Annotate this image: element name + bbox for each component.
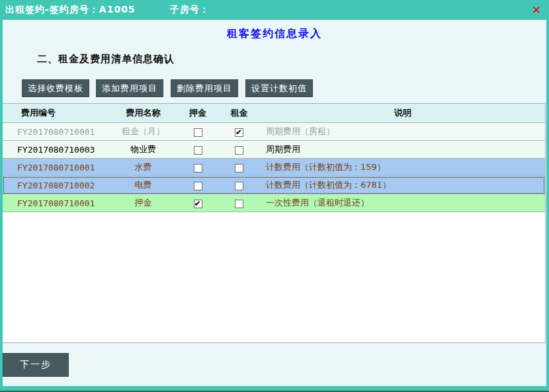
select-fee-template-button[interactable]: 选择收费模板: [22, 79, 89, 97]
table-row[interactable]: FY2017080710001 水费 计数费用（计数初值为：159）: [3, 159, 545, 176]
fee-description: 周期费用: [261, 143, 545, 155]
rental-signing-window: 出租签约-签约房号：A1005 子房号： ✕ 租客签约信息录入 二、租金及费用清…: [0, 0, 549, 392]
table-row[interactable]: FY2017080710003 物业费 周期费用: [3, 141, 545, 159]
fee-description: 计数费用（计数初值为：6781）: [261, 179, 545, 191]
table-row[interactable]: FY2017080710001 押金 一次性费用（退租时退还）: [3, 194, 545, 212]
fee-description: 一次性费用（退租时退还）: [261, 197, 545, 209]
table-header-row: 费用编号 费用名称 押金 租金 说明: [3, 104, 545, 123]
fee-name: 押金: [108, 197, 178, 209]
window-subtitle: 子房号：: [170, 4, 210, 16]
fee-description: 周期费用（房租）: [261, 126, 545, 137]
next-step-button[interactable]: 下一步: [3, 353, 69, 377]
fee-table: 费用编号 费用名称 押金 租金 说明 FY2017080710001 租金（月）…: [3, 103, 546, 343]
fee-id: FY2017080710001: [3, 127, 108, 137]
header-fee-id: 费用编号: [3, 107, 108, 119]
close-icon[interactable]: ✕: [529, 3, 544, 17]
fee-name: 水费: [108, 161, 178, 173]
rent-checkbox[interactable]: [235, 182, 243, 190]
header-description: 说明: [261, 107, 545, 119]
deposit-checkbox[interactable]: [194, 182, 202, 190]
window-title: 出租签约-签约房号：A1005: [5, 4, 136, 16]
header-deposit: 押金: [178, 107, 218, 119]
fee-id: FY2017080710001: [3, 163, 108, 173]
fee-id: FY2017080710001: [3, 198, 108, 208]
delete-fee-item-button[interactable]: 删除费用项目: [171, 79, 238, 97]
fee-name: 物业费: [108, 143, 178, 155]
deposit-checkbox[interactable]: [194, 164, 202, 173]
header-rent: 租金: [218, 107, 261, 119]
rent-checkbox[interactable]: [235, 146, 243, 155]
deposit-checkbox[interactable]: [194, 200, 202, 208]
fee-id: FY2017080710003: [3, 145, 108, 155]
page-title: 租客签约信息录入: [3, 27, 546, 41]
deposit-checkbox[interactable]: [194, 146, 202, 155]
fee-description: 计数费用（计数初值为：159）: [261, 161, 545, 173]
header-fee-name: 费用名称: [108, 107, 178, 119]
rent-checkbox[interactable]: [235, 200, 243, 208]
section-heading: 二、租金及费用清单信息确认: [37, 53, 175, 65]
titlebar: 出租签约-签约房号：A1005 子房号： ✕: [0, 0, 549, 20]
deposit-checkbox[interactable]: [194, 128, 202, 137]
table-row[interactable]: FY2017080710001 租金（月） 周期费用（房租）: [3, 123, 545, 141]
rent-checkbox[interactable]: [235, 128, 243, 137]
content-area: 租客签约信息录入 二、租金及费用清单信息确认 选择收费模板 添加费用项目 删除费…: [3, 20, 546, 386]
rent-checkbox[interactable]: [235, 164, 243, 173]
add-fee-item-button[interactable]: 添加费用项目: [96, 79, 163, 97]
table-row-focused[interactable]: FY2017080710002 电费 计数费用（计数初值为：6781）: [3, 176, 545, 194]
fee-id: FY2017080710002: [3, 180, 108, 190]
fee-name: 电费: [108, 179, 178, 191]
set-meter-initial-value-button[interactable]: 设置计数初值: [245, 79, 313, 97]
fee-name: 租金（月）: [108, 126, 178, 137]
